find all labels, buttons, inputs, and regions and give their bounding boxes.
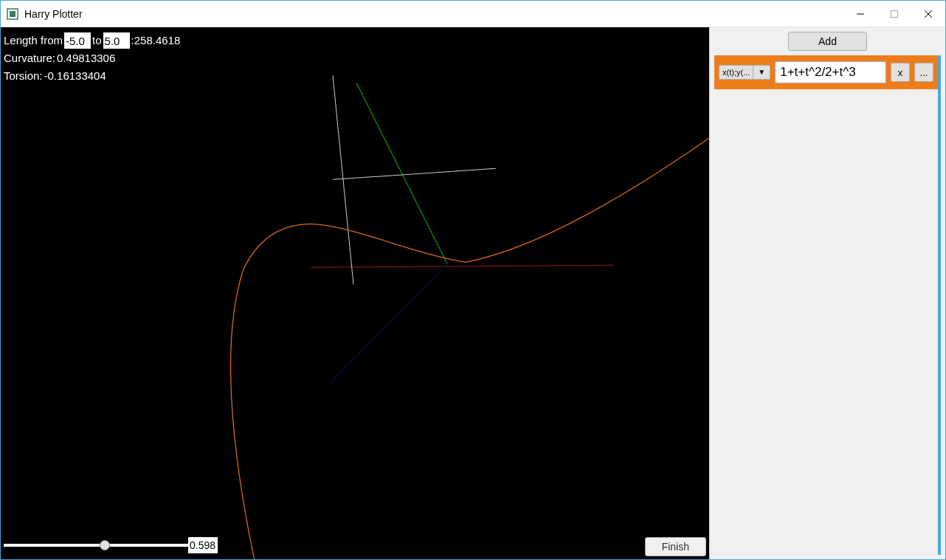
minimize-button[interactable] bbox=[843, 1, 877, 27]
length-from-input[interactable] bbox=[64, 32, 91, 49]
curvature-label: Curvature: bbox=[4, 49, 55, 67]
param-slider[interactable] bbox=[4, 544, 188, 547]
titlebar: Harry Plotter bbox=[1, 1, 945, 27]
plot-info-overlay: Length from to :258.4618 Curvature: 0.49… bbox=[4, 32, 180, 85]
finish-button[interactable]: Finish bbox=[645, 537, 706, 556]
app-icon bbox=[7, 8, 18, 20]
sidebar: Add x(t);y(... ▼ x ... bbox=[709, 27, 945, 559]
maximize-button[interactable] bbox=[877, 1, 911, 27]
window-controls bbox=[843, 1, 945, 27]
svg-line-6 bbox=[311, 265, 613, 267]
add-button[interactable]: Add bbox=[788, 32, 867, 51]
length-result: :258.4618 bbox=[131, 32, 181, 49]
app-window: Harry Plotter bbox=[0, 0, 946, 560]
curvature-value: 0.49813306 bbox=[57, 49, 115, 67]
torsion-value: -0.16133404 bbox=[44, 67, 106, 85]
length-from-label: Length from bbox=[4, 32, 63, 49]
content-area: Length from to :258.4618 Curvature: 0.49… bbox=[1, 27, 945, 559]
plot-svg bbox=[1, 27, 709, 559]
remove-function-button[interactable]: x bbox=[891, 63, 910, 82]
function-type-dropdown[interactable]: x(t);y(... ▼ bbox=[719, 65, 770, 80]
function-options-button[interactable]: ... bbox=[914, 63, 933, 82]
svg-rect-1 bbox=[10, 11, 15, 17]
param-value-input[interactable] bbox=[188, 537, 218, 553]
svg-line-7 bbox=[331, 263, 447, 381]
close-button[interactable] bbox=[911, 1, 945, 27]
param-slider-row bbox=[4, 537, 218, 553]
function-type-label: x(t);y(... bbox=[719, 65, 753, 80]
function-formula-input[interactable] bbox=[775, 61, 886, 83]
chevron-down-icon[interactable]: ▼ bbox=[753, 65, 770, 80]
function-row: x(t);y(... ▼ x ... bbox=[714, 55, 938, 89]
torsion-row: Torsion: -0.16133404 bbox=[4, 67, 180, 85]
length-row: Length from to :258.4618 bbox=[4, 32, 180, 49]
length-to-label: to bbox=[92, 32, 102, 49]
length-to-input[interactable] bbox=[103, 32, 130, 49]
function-list: x(t);y(... ▼ x ... bbox=[714, 55, 941, 555]
svg-line-9 bbox=[333, 168, 496, 179]
plot-canvas[interactable]: Length from to :258.4618 Curvature: 0.49… bbox=[1, 27, 709, 559]
curvature-row: Curvature: 0.49813306 bbox=[4, 49, 180, 67]
svg-line-10 bbox=[333, 75, 353, 284]
window-title: Harry Plotter bbox=[24, 8, 83, 20]
torsion-label: Torsion: bbox=[4, 67, 43, 85]
svg-rect-3 bbox=[891, 10, 898, 17]
